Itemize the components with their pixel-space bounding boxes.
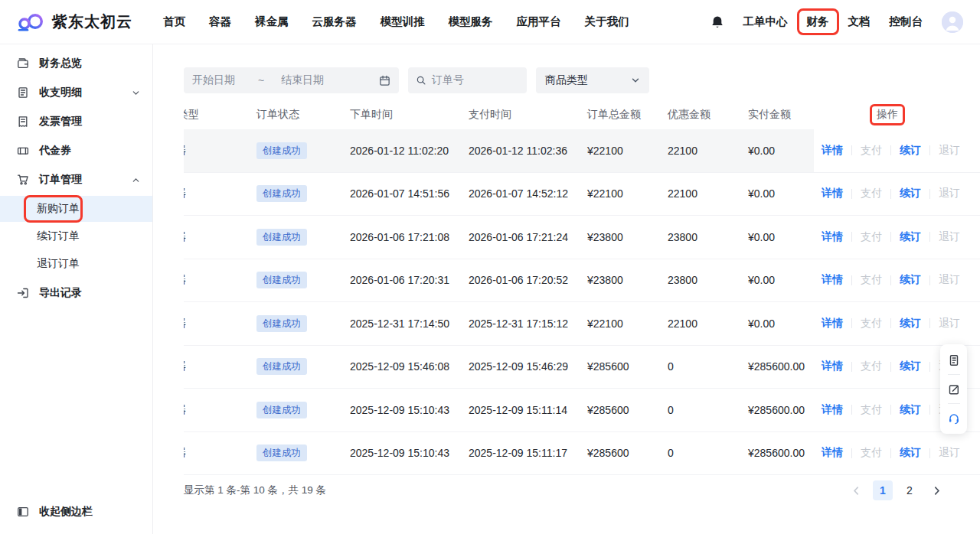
nav-link-finance-annotated[interactable]: 财务 (807, 15, 829, 29)
order-time-cell: 2025-12-09 15:10:43 (350, 404, 469, 416)
pagination-bar: 显示第 1 条-第 10 条，共 19 条 1 2 (184, 480, 980, 501)
pay-link[interactable]: 支付 (861, 317, 882, 330)
renew-link[interactable]: 续订 (900, 317, 921, 330)
clipped-cell: 器 (184, 230, 256, 244)
total-amount-cell: ¥285600 (587, 447, 668, 459)
detail-link[interactable]: 详情 (822, 187, 843, 200)
renew-link[interactable]: 续订 (900, 144, 921, 158)
renew-link[interactable]: 续订 (900, 446, 921, 460)
user-avatar[interactable] (942, 11, 963, 33)
voucher-ticket-icon (17, 145, 29, 157)
sidebar-item-export-records[interactable]: 导出记录 (0, 278, 152, 308)
renew-link[interactable]: 续订 (900, 360, 921, 373)
chevron-down-icon (132, 89, 140, 97)
discount-amount-cell: 22100 (668, 145, 748, 157)
unsubscribe-link[interactable]: 退订 (939, 230, 960, 244)
nav-menu-item[interactable]: 容器 (209, 15, 231, 29)
detail-link[interactable]: 详情 (822, 317, 843, 330)
paid-amount-cell: ¥285600.00 (748, 404, 814, 416)
document-tool-button[interactable] (940, 350, 967, 370)
nav-menu-item[interactable]: 首页 (163, 15, 185, 29)
nav-menu-item[interactable]: 云服务器 (312, 15, 357, 29)
unsubscribe-link[interactable]: 退订 (939, 446, 960, 460)
prev-page-button[interactable] (846, 480, 866, 500)
unsubscribe-link[interactable]: 退订 (939, 187, 960, 200)
wallet-icon (17, 57, 29, 70)
collapse-sidebar-button[interactable]: 收起侧边栏 (0, 497, 152, 526)
unsubscribe-link[interactable]: 退订 (939, 273, 960, 287)
table-header-row: 类型 订单状态 下单时间 支付时间 订单总金额 优惠金额 实付金额 操作 (184, 100, 980, 129)
sidebar-item-order-mgmt[interactable]: 订单管理 (0, 165, 152, 194)
paid-amount-cell: ¥285600.00 (748, 360, 814, 373)
pay-link[interactable]: 支付 (861, 360, 882, 373)
sidebar-subitem-new-orders[interactable]: 新购订单 (0, 196, 152, 222)
sidebar-item-invoice-mgmt[interactable]: 发票管理 (0, 107, 152, 136)
clipped-cell: 器 (184, 446, 256, 460)
status-badge: 创建成功 (256, 229, 307, 246)
page-button-1[interactable]: 1 (873, 480, 893, 500)
status-badge: 创建成功 (256, 142, 307, 159)
action-divider (851, 275, 852, 285)
discount-amount-cell: 22100 (668, 187, 748, 200)
feedback-tool-button[interactable] (940, 379, 967, 399)
sidebar-subitem-label: 退订订单 (37, 257, 80, 271)
nav-link-docs[interactable]: 文档 (848, 15, 871, 29)
nav-link-console[interactable]: 控制台 (890, 15, 923, 29)
sidebar-item-label: 收支明细 (39, 86, 82, 99)
clipped-cell-fragment: 器 (184, 446, 186, 460)
product-type-select[interactable]: 商品类型 (536, 67, 649, 93)
pay-link[interactable]: 支付 (861, 230, 882, 244)
detail-link[interactable]: 详情 (822, 360, 843, 373)
nav-menu-item[interactable]: 关于我们 (585, 15, 629, 29)
sidebar-subitem-unsubscribe-orders[interactable]: 退订订单 (0, 251, 152, 277)
discount-amount-cell: 0 (668, 404, 748, 416)
total-amount-cell: ¥23800 (587, 231, 668, 243)
date-range-picker[interactable]: 开始日期 ~ 结束日期 (184, 67, 399, 93)
sidebar-item-finance-overview[interactable]: 财务总览 (0, 49, 152, 78)
main-content: 开始日期 ~ 结束日期 订单号 商品类型 (153, 0, 980, 501)
nav-menu-item[interactable]: 模型训推 (381, 15, 425, 29)
pay-link[interactable]: 支付 (861, 403, 882, 417)
detail-link[interactable]: 详情 (822, 273, 843, 287)
unsubscribe-link[interactable]: 退订 (939, 317, 960, 330)
detail-link[interactable]: 详情 (822, 446, 843, 460)
order-number-search-input[interactable]: 订单号 (408, 67, 527, 93)
page-button-2[interactable]: 2 (900, 480, 920, 500)
detail-link[interactable]: 详情 (822, 403, 843, 417)
nav-link-ticket-center[interactable]: 工单中心 (743, 15, 788, 29)
end-date-placeholder: 结束日期 (281, 73, 347, 87)
renew-link[interactable]: 续订 (900, 187, 921, 200)
action-divider (890, 232, 891, 242)
notification-bell-icon[interactable] (710, 15, 724, 29)
pay-link[interactable]: 支付 (861, 273, 882, 287)
sidebar-subitem-renew-orders[interactable]: 续订订单 (0, 223, 152, 249)
sidebar-item-voucher[interactable]: 代金券 (0, 136, 152, 165)
nav-menu-item[interactable]: 应用平台 (517, 15, 561, 29)
clipped-cell: 器 (184, 187, 256, 200)
detail-link[interactable]: 详情 (822, 230, 843, 244)
renew-link[interactable]: 续订 (900, 403, 921, 417)
range-separator: ~ (258, 74, 281, 86)
action-divider (929, 318, 930, 328)
orders-table: 类型 订单状态 下单时间 支付时间 订单总金额 优惠金额 实付金额 操作 器 (184, 100, 980, 475)
detail-link[interactable]: 详情 (822, 144, 843, 158)
unsubscribe-link[interactable]: 退订 (939, 144, 960, 158)
sidebar-item-income-expense[interactable]: 收支明细 (0, 78, 152, 107)
header-total-amount: 订单总金额 (587, 108, 668, 122)
pay-time-cell: 2026-01-06 17:21:24 (469, 231, 587, 243)
customer-service-button[interactable] (940, 408, 967, 428)
clipped-cell-fragment: 器 (184, 187, 186, 200)
pay-link[interactable]: 支付 (861, 187, 882, 200)
table-row: 器 创建成功 2026-01-06 17:21:08 2026-01-06 17… (184, 216, 980, 259)
renew-link[interactable]: 续订 (900, 273, 921, 287)
nav-menu-item[interactable]: 裸金属 (255, 15, 289, 29)
pay-link[interactable]: 支付 (861, 144, 882, 158)
pay-link[interactable]: 支付 (861, 446, 882, 460)
nav-menu-item[interactable]: 模型服务 (449, 15, 493, 29)
action-divider (929, 362, 930, 372)
status-badge: 创建成功 (256, 402, 307, 418)
next-page-button[interactable] (926, 480, 946, 500)
status-badge: 创建成功 (256, 444, 307, 461)
renew-link[interactable]: 续订 (900, 230, 921, 244)
table-row: 器 创建成功 2025-12-09 15:10:43 2025-12-09 15… (184, 389, 980, 432)
